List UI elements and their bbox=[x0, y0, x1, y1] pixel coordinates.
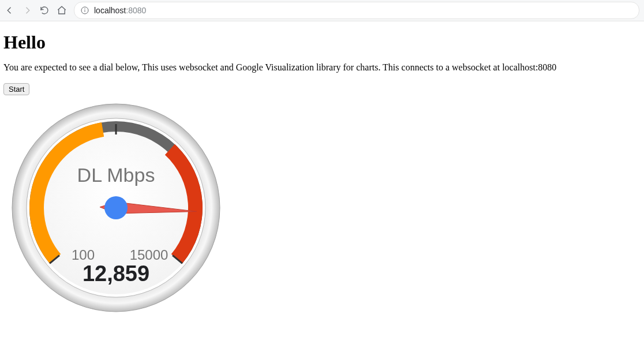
page-content: Hello You are expected to see a dial bel… bbox=[0, 21, 644, 319]
url-host: localhost bbox=[94, 6, 126, 15]
reload-icon[interactable] bbox=[39, 5, 50, 16]
gauge-label: DL Mbps bbox=[77, 164, 155, 186]
svg-point-10 bbox=[104, 196, 128, 219]
page-title: Hello bbox=[3, 32, 641, 53]
gauge-max: 15000 bbox=[130, 247, 169, 263]
home-icon[interactable] bbox=[57, 5, 67, 16]
svg-point-2 bbox=[85, 9, 85, 9]
address-bar[interactable]: localhost:8080 bbox=[74, 2, 639, 19]
page-description: You are expected to see a dial below, Th… bbox=[3, 62, 641, 73]
gauge-value: 12,859 bbox=[83, 261, 149, 286]
gauge-min: 100 bbox=[72, 247, 95, 263]
gauge-chart: DL Mbps 100 15000 12,859 bbox=[9, 101, 641, 317]
url-port: :8080 bbox=[126, 6, 146, 15]
start-button[interactable]: Start bbox=[3, 83, 29, 95]
browser-toolbar: localhost:8080 bbox=[0, 0, 644, 21]
forward-icon[interactable] bbox=[22, 5, 32, 16]
back-icon[interactable] bbox=[5, 5, 15, 16]
site-info-icon[interactable] bbox=[80, 6, 89, 15]
